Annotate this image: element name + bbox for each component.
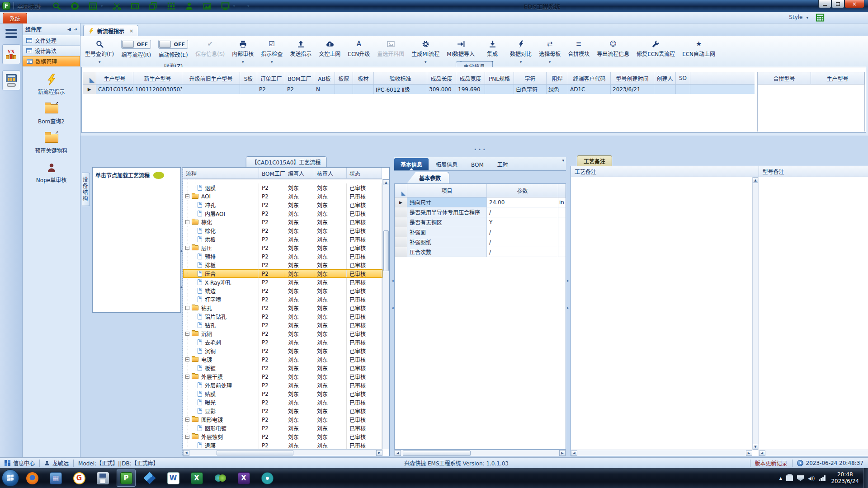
tree-row-钻孔[interactable]: 钻孔P2刘东刘东已审核	[183, 321, 382, 329]
column-header-编写人[interactable]: 编写人	[285, 168, 314, 179]
tree-row-退膜[interactable]: 退膜P2刘东刘东已审核	[183, 441, 382, 449]
tree-row-铝片钻孔[interactable]: 铝片钻孔P2刘东刘东已审核	[183, 312, 382, 321]
tree-row-烘板[interactable]: 烘板P2刘东刘东已审核	[183, 235, 382, 244]
collapse-icon[interactable]: −	[185, 357, 189, 361]
chevron-down-icon[interactable]: ▾	[425, 60, 427, 64]
tree-row-打字喷[interactable]: 打字喷P2刘东刘东已审核	[183, 295, 382, 304]
sidebar-group-数据管理[interactable]: 数据管理	[23, 56, 80, 66]
tree-row-外层干膜[interactable]: −外层干膜P2刘东刘东已审核	[183, 372, 382, 381]
column-header-型号创建时间[interactable]: 型号创建时间	[611, 72, 654, 84]
system-menu-tab[interactable]: 系统	[3, 13, 27, 23]
collapse-icon[interactable]: −	[185, 194, 189, 198]
tree-row-曝光[interactable]: 曝光P2刘东刘东已审核	[183, 398, 382, 407]
tree-row-内层AOI[interactable]: 内层AOIP2刘东刘东已审核	[183, 209, 382, 218]
tree-horizontal-scrollbar[interactable]: ◀ ▶	[183, 449, 382, 456]
param-value[interactable]: /	[487, 237, 558, 247]
ribbon-toggle-编写流程(R)[interactable]: OFF 编写流程(R)	[118, 38, 154, 58]
tree-row-板镀[interactable]: 板镀P2刘东刘东已审核	[183, 364, 382, 372]
sidebar-item-预审关键物料[interactable]: 预审关键物料	[25, 130, 78, 156]
ribbon-button-选择母板[interactable]: ⇄选择母板▾	[536, 38, 563, 64]
tree-row-图形电镀[interactable]: 图形电镀P2刘东刘东已审核	[183, 424, 382, 432]
column-header-终端客户代码[interactable]: 终端客户代码	[568, 72, 611, 84]
tab-device-structure[interactable]: 设备结构	[82, 173, 90, 206]
tree-row-显影[interactable]: 显影P2刘东刘东已审核	[183, 407, 382, 415]
user-icon[interactable]	[185, 2, 193, 10]
sidebar-item-Nope单审核[interactable]: Nope单审核	[25, 159, 78, 185]
style-selector[interactable]: Style▾	[789, 14, 808, 20]
column-header-订单工厂[interactable]: 订单工厂	[257, 72, 285, 84]
column-header-BOM工厂[interactable]: BOM工厂	[285, 72, 314, 84]
tray-volume-icon[interactable]: ◀))	[808, 476, 815, 481]
taskbar-app-paper-plane[interactable]	[140, 469, 159, 487]
tray-hidden-icons-icon[interactable]: ▲	[779, 476, 782, 480]
horizontal-scrollbar[interactable]: ◀▶	[571, 450, 752, 456]
tree-vertical-scrollbar[interactable]: ▲	[382, 179, 389, 449]
sidebar-item-新流程指示[interactable]: 新流程指示	[25, 71, 78, 97]
tree-row-去毛刺[interactable]: 去毛刺P2刘东刘东已审核	[183, 338, 382, 347]
ribbon-button-导出流程信息[interactable]: ☺导出流程信息	[594, 38, 632, 64]
taskbar-app-save-tool[interactable]	[93, 469, 112, 487]
maximize-button[interactable]	[831, 0, 844, 8]
column-header-合拼型号[interactable]: 合拼型号	[758, 72, 811, 84]
scissors-icon[interactable]	[113, 2, 121, 10]
ribbon-button-ECN自动上网[interactable]: ★ECN自动上网	[679, 38, 718, 64]
taskbar-app-pl-app[interactable]: P	[117, 469, 136, 487]
model-grid-selected-row[interactable]: ▶CAD1C015A010011200030503P2P2NIPC-6012 Ⅱ…	[83, 84, 755, 94]
column-header-S板[interactable]: S板	[240, 72, 257, 84]
param-row-补强图纸[interactable]: 补强图纸/	[395, 237, 566, 247]
sidebar-item-Bom查询2[interactable]: Bom查询2	[25, 100, 78, 127]
param-row-是否采用半导体专用压合程序[interactable]: 是否采用半导体专用压合程序/	[395, 207, 566, 217]
param-row-压合次数[interactable]: 压合次数/	[395, 247, 566, 257]
tree-row-图形电镀[interactable]: −图形电镀P2刘东刘东已审核	[183, 415, 382, 424]
column-header-流程[interactable]: 流程	[183, 168, 259, 179]
collapse-icon[interactable]: −	[185, 435, 189, 439]
tree-row-X-Ray冲孔[interactable]: X-Ray冲孔P2刘东刘东已审核	[183, 278, 382, 286]
column-header-状态[interactable]: 状态	[347, 168, 382, 179]
collapse-icon[interactable]: −	[185, 418, 189, 422]
collapse-icon[interactable]: −	[185, 246, 189, 250]
search-icon[interactable]	[52, 2, 61, 10]
show-desktop-button[interactable]	[863, 468, 868, 488]
tab-basic-parameters[interactable]: 基本参数	[407, 172, 449, 183]
column-header-板厚[interactable]: 板厚	[335, 72, 353, 84]
tab-BOM[interactable]: BOM	[465, 160, 490, 170]
taskbar-app-firefox[interactable]	[23, 469, 42, 487]
tree-row-AOI[interactable]: −AOIP2刘东刘东已审核	[183, 192, 382, 201]
scrollbar-thumb[interactable]	[383, 230, 389, 271]
ribbon-toggle-启动修改(E)[interactable]: OFF 启动修改(E)取消(Z)	[156, 38, 191, 70]
ribbon-button-修复ECN丢流程[interactable]: 修复ECN丢流程	[634, 38, 678, 64]
copy-icon[interactable]	[149, 2, 157, 10]
taskbar-app-media-player[interactable]	[211, 469, 230, 487]
collapse-icon[interactable]: −	[185, 375, 189, 379]
column-header-BOM工厂[interactable]: BOM工厂	[259, 168, 285, 179]
chevron-down-icon[interactable]: ▾	[242, 60, 244, 64]
tray-network-icon[interactable]	[819, 475, 826, 481]
tree-row-贴膜[interactable]: 贴膜P2刘东刘东已审核	[183, 389, 382, 398]
column-header-成品长度[interactable]: 成品长度	[427, 72, 456, 84]
param-row-补强面[interactable]: 补强面/	[395, 227, 566, 237]
taskbar-app-word-doc[interactable]: W	[164, 469, 183, 487]
tree-row-沉铜[interactable]: 沉铜P2刘东刘东已审核	[183, 347, 382, 355]
chevron-down-icon[interactable]: ▾	[101, 4, 103, 8]
tree-row-预排[interactable]: 预排P2刘东刘东已审核	[183, 252, 382, 261]
hamburger-menu-icon[interactable]	[5, 29, 17, 38]
scrollbar-thumb[interactable]	[217, 450, 293, 455]
taskbar-app-explorer[interactable]: ▦	[46, 469, 65, 487]
ribbon-button-数据对比[interactable]: 数据对比▾	[507, 38, 534, 64]
tree-row-钻孔[interactable]: −钻孔P2刘东刘东已审核	[183, 304, 382, 312]
tree-row-外层蚀刻[interactable]: −外层蚀刻P2刘东刘东已审核	[183, 432, 382, 441]
horizontal-scrollbar[interactable]: ◀▶	[759, 450, 868, 456]
taskbar-app-viewer[interactable]	[258, 469, 277, 487]
column-header-成品宽度[interactable]: 成品宽度	[456, 72, 485, 84]
tree-row-压合[interactable]: 压合P2刘东刘东已审核	[183, 269, 382, 278]
tree-row-退膜[interactable]: 退膜P2刘东刘东已审核	[183, 183, 382, 192]
collapse-handle-icon[interactable]: ▴ ▴ ▴	[458, 147, 503, 151]
ribbon-button-内部审核[interactable]: 内部审核▾	[229, 38, 256, 64]
sidebar-group-设计算法[interactable]: 设计算法	[23, 46, 80, 56]
ribbon-button-集成[interactable]: 集成▾	[479, 38, 505, 64]
taskbar-app-chrome-g[interactable]: G	[70, 469, 89, 487]
column-header-参数[interactable]: 参数	[487, 184, 558, 197]
ribbon-button-文控上网[interactable]: 文控上网	[316, 38, 343, 64]
tree-row-棕化[interactable]: 棕化P2刘东刘东已审核	[183, 226, 382, 235]
tree-row-外层前处理[interactable]: 外层前处理P2刘东刘东已审核	[183, 381, 382, 389]
